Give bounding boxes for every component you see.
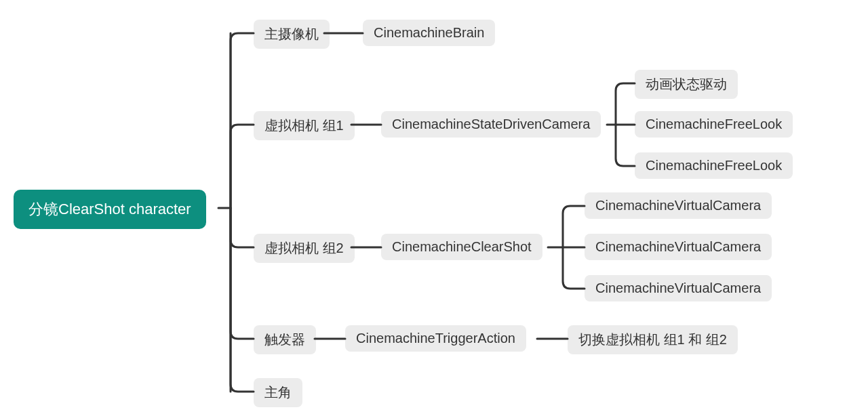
node-virtual-camera-3[interactable]: CinemachineVirtualCamera [585,275,772,301]
node-trigger[interactable]: 触发器 [254,325,316,354]
node-clearshot[interactable]: CinemachineClearShot [381,234,542,260]
node-virtual-camera-1[interactable]: CinemachineVirtualCamera [585,192,772,219]
node-trigger-action[interactable]: CinemachineTriggerAction [345,325,526,352]
node-freelook-1[interactable]: CinemachineFreeLook [635,111,793,138]
node-virtual-group2[interactable]: 虚拟相机 组2 [254,234,355,263]
node-main-camera[interactable]: 主摄像机 [254,20,330,49]
node-anim-state[interactable]: 动画状态驱动 [635,70,738,99]
node-virtual-camera-2[interactable]: CinemachineVirtualCamera [585,234,772,260]
node-virtual-group1[interactable]: 虚拟相机 组1 [254,111,355,140]
node-freelook-2[interactable]: CinemachineFreeLook [635,152,793,179]
node-cinemachine-brain[interactable]: CinemachineBrain [363,20,495,46]
node-state-driven-camera[interactable]: CinemachineStateDrivenCamera [381,111,601,138]
node-switch-groups[interactable]: 切换虚拟相机 组1 和 组2 [568,325,738,354]
root-node[interactable]: 分镜ClearShot character [14,190,206,229]
node-protagonist[interactable]: 主角 [254,378,302,407]
